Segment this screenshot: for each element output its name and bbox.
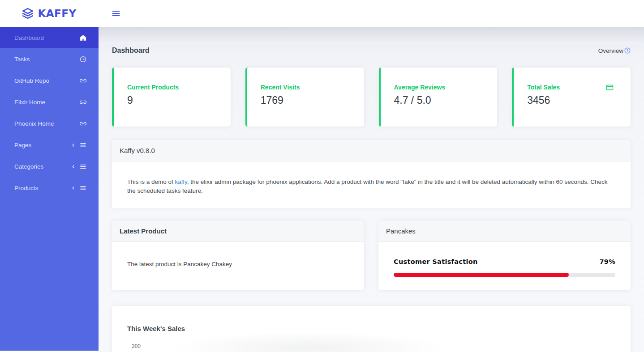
page-title: Dashboard xyxy=(112,47,150,55)
link-icon xyxy=(80,99,86,106)
sidebar-item-label: Pages xyxy=(14,142,31,148)
sidebar-item-elixir-home[interactable]: Elixir Home xyxy=(0,91,99,113)
stat-title: Average Reviews xyxy=(394,84,489,91)
stat-value: 9 xyxy=(127,94,222,106)
pancakes-card: Pancakes Customer Satisfaction 79% xyxy=(378,221,631,290)
stat-value: 4.7 / 5.0 xyxy=(394,94,489,106)
sidebar-item-phoenix-home[interactable]: Phoenix Home xyxy=(0,113,99,134)
clock-icon xyxy=(80,56,86,63)
list-icon xyxy=(80,185,86,191)
stats-row: Current Products 9 Recent Visits 1769 Av… xyxy=(112,68,631,127)
demo-text-after-link: , the elixir admin package for phoenix a… xyxy=(127,178,607,194)
sidebar-item-dashboard[interactable]: Dashboard xyxy=(0,27,99,48)
sidebar-item-pages[interactable]: Pages xyxy=(0,134,99,156)
link-icon xyxy=(80,77,86,84)
sidebar-item-label: Products xyxy=(14,185,38,191)
kaffy-demo-text: This is a demo of kaffy, the elixir admi… xyxy=(112,161,631,208)
sidebar-item-label: Phoenix Home xyxy=(14,120,54,127)
latest-product-text: The latest product is Pancakey Chakey xyxy=(112,242,364,286)
chart-axis-tick: 300 xyxy=(132,343,141,349)
brand-logo[interactable]: KAFFY xyxy=(0,8,99,19)
card-title: Kaffy v0.8.0 xyxy=(112,140,631,161)
chevron-left-icon xyxy=(71,164,76,169)
brand-title: KAFFY xyxy=(38,8,76,19)
sidebar-item-label: Elixir Home xyxy=(14,99,45,106)
weekly-sales-card: This Week's Sales 300 xyxy=(112,306,631,352)
home-icon xyxy=(80,34,86,41)
main-content: Dashboard Overview Current Products 9 Re… xyxy=(99,27,644,352)
widgets-row: Latest Product The latest product is Pan… xyxy=(112,221,631,290)
sidebar-item-label: Dashboard xyxy=(14,34,44,41)
list-icon xyxy=(80,163,86,170)
stat-title: Current Products xyxy=(127,84,222,91)
sidebar-item-label: Categories xyxy=(14,163,43,170)
layers-icon xyxy=(22,8,34,19)
satisfaction-progress-track xyxy=(394,273,615,277)
kaffy-version-card: Kaffy v0.8.0 This is a demo of kaffy, th… xyxy=(112,140,631,208)
sidebar-item-label: GitHub Repo xyxy=(14,77,49,84)
list-icon xyxy=(80,142,86,148)
satisfaction-value: 79% xyxy=(599,258,615,265)
satisfaction-progress-fill xyxy=(394,273,569,277)
stat-card-recent-visits: Recent Visits 1769 xyxy=(245,68,364,127)
stat-title: Recent Visits xyxy=(261,84,355,91)
chevron-left-icon xyxy=(71,186,76,191)
sidebar-item-categories[interactable]: Categories xyxy=(0,156,99,177)
demo-text-before-link: This is a demo of xyxy=(127,178,175,185)
hamburger-icon xyxy=(112,9,120,18)
satisfaction-widget: Customer Satisfaction 79% xyxy=(378,242,631,293)
sidebar-item-label: Tasks xyxy=(14,56,30,63)
overview-toggle[interactable]: Overview xyxy=(598,47,631,54)
sidebar: Dashboard Tasks GitHub Repo Elixir Home xyxy=(0,27,99,351)
sidebar-item-github-repo[interactable]: GitHub Repo xyxy=(0,70,99,91)
satisfaction-label: Customer Satisfaction xyxy=(394,258,478,265)
card-title: Pancakes xyxy=(378,221,631,242)
card-title: Latest Product xyxy=(112,221,364,242)
sidebar-item-products[interactable]: Products xyxy=(0,177,99,199)
overview-label: Overview xyxy=(598,47,623,54)
latest-product-card: Latest Product The latest product is Pan… xyxy=(112,221,364,290)
chevron-left-icon xyxy=(71,143,76,148)
kaffy-link[interactable]: kaffy xyxy=(175,178,187,185)
sidebar-item-tasks[interactable]: Tasks xyxy=(0,48,99,70)
stat-value: 3456 xyxy=(527,94,622,106)
card-title: This Week's Sales xyxy=(127,325,615,332)
credit-card-icon xyxy=(606,84,614,91)
stat-card-average-reviews: Average Reviews 4.7 / 5.0 xyxy=(379,68,498,127)
link-icon xyxy=(80,120,86,127)
page-header: Dashboard Overview xyxy=(112,27,631,55)
stat-card-total-sales: Total Sales 3456 xyxy=(512,68,631,127)
info-icon xyxy=(624,47,631,54)
stat-card-current-products: Current Products 9 xyxy=(112,68,231,127)
top-bar: KAFFY xyxy=(0,0,644,27)
sidebar-toggle-button[interactable] xyxy=(110,8,122,19)
stat-value: 1769 xyxy=(261,94,355,106)
